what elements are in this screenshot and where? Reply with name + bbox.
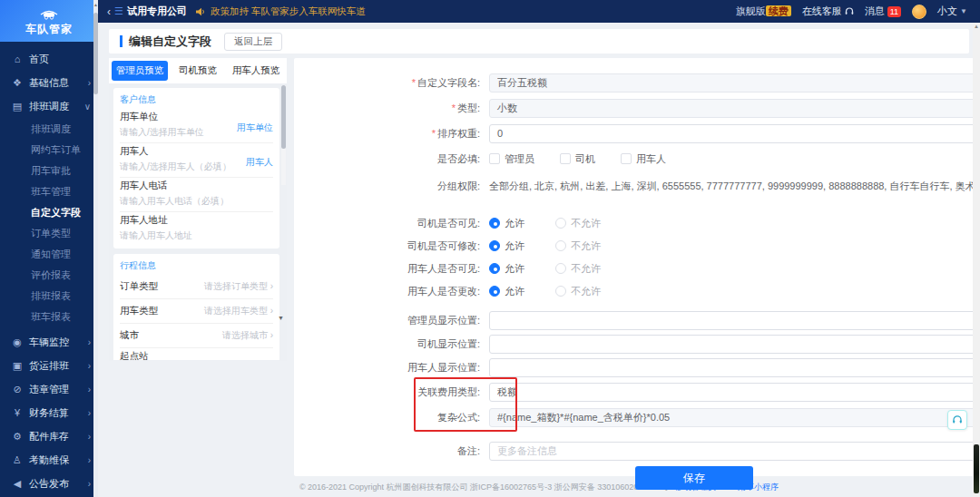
messages[interactable]: 消息 11 xyxy=(865,5,901,18)
preview-field-phone[interactable]: 用车人电话 请输入用车人电话（必填） xyxy=(120,178,273,212)
sidebar-item-notifications[interactable]: 通知管理 xyxy=(0,244,98,265)
sidebar-item-shuttle-report[interactable]: 班车报表 xyxy=(0,307,98,327)
sort-weight-input[interactable] xyxy=(489,124,980,143)
sidebar-item-attendance[interactable]: ♙ 考勤维保 › xyxy=(0,448,98,472)
tab-driver-preview[interactable]: 司机预览 xyxy=(170,61,226,81)
sidebar-item-finance[interactable]: ¥ 财务结算 › xyxy=(0,401,98,424)
page-title: 编辑自定义字段 xyxy=(129,34,211,50)
radio-selected-icon xyxy=(489,263,500,274)
company-name[interactable]: 试用专用公司 xyxy=(127,5,187,18)
dispatch-icon: ▤ xyxy=(11,101,24,112)
tab-passenger-preview[interactable]: 用车人预览 xyxy=(228,61,284,81)
radio-deny[interactable]: 不允许 xyxy=(555,239,601,253)
dispatch-submenu: 排班调度 网约车订单 用车审批 班车管理 自定义字段 订单类型 通知管理 评价报… xyxy=(0,118,98,330)
is-required-label: 是否必填: xyxy=(294,152,489,166)
sidebar-item-parts[interactable]: ⚙ 配件库存 › xyxy=(0,424,98,448)
preview-row-car-type[interactable]: 用车类型 请选择用车类型 › xyxy=(120,299,273,324)
radio-allow[interactable]: 允许 xyxy=(489,217,524,230)
remark-input[interactable] xyxy=(489,442,980,461)
sidebar-item-dispatch[interactable]: ▤ 排班调度 ∨ xyxy=(0,94,98,118)
field-name-input[interactable] xyxy=(489,73,980,93)
checkbox-passenger[interactable]: 用车人 xyxy=(621,152,666,166)
sidebar-item-shuttle-mgmt[interactable]: 班车管理 xyxy=(0,181,98,202)
preview-field-passenger[interactable]: 用车人 请输入/选择用车人（必填） 用车人 xyxy=(120,143,273,178)
sidebar-item-announcements[interactable]: ◀ 公告发布 › xyxy=(0,472,98,495)
topbar-right: 旗舰版续费 在线客服 消息 11 小文 ▼ xyxy=(736,5,967,19)
radio-allow[interactable]: 允许 xyxy=(489,262,524,276)
floating-support-button[interactable] xyxy=(947,410,967,430)
checkbox-driver[interactable]: 司机 xyxy=(560,152,595,166)
sidebar-item-order-types[interactable]: 订单类型 xyxy=(0,223,98,244)
radio-deny[interactable]: 不允许 xyxy=(555,285,601,298)
fee-type-label: 关联费用类型: xyxy=(294,385,489,399)
announcement-text[interactable]: 政策加持 车队管家步入车联网快车道 xyxy=(211,5,366,18)
sidebar-nav: ⌂ 首页 ❖ 基础信息 › ▤ 排班调度 ∨ 排班调度 网约车订单 用车审批 班… xyxy=(0,42,98,497)
formula-input[interactable] xyxy=(489,408,980,427)
chevron-right-icon: › xyxy=(88,455,91,465)
remark-label: 备注: xyxy=(294,444,489,458)
admin-position-label: 管理员显示位置: xyxy=(294,314,489,327)
passenger-link[interactable]: 用车人 xyxy=(246,156,273,169)
checkbox-admin[interactable]: 管理员 xyxy=(489,152,534,166)
radio-allow[interactable]: 允许 xyxy=(489,285,524,298)
window-scrollbar[interactable]: ▲ xyxy=(973,23,980,497)
preview-scroll-thumb[interactable] xyxy=(281,85,286,149)
preview-field-start-station[interactable]: 起点站 请输入/选择起点站（必填） 选择站点 xyxy=(120,348,273,360)
admin-position-select[interactable]: ▼ xyxy=(489,311,980,330)
preview-field-unit[interactable]: 用车单位 请输入/选择用车单位 用车单位 xyxy=(120,109,273,143)
parts-icon: ⚙ xyxy=(11,431,24,443)
user-avatar[interactable] xyxy=(912,5,926,19)
window-scroll-thumb[interactable] xyxy=(974,444,979,493)
chevron-right-icon: › xyxy=(88,361,91,371)
passenger-position-select[interactable]: ▼ xyxy=(489,358,980,377)
unit-link[interactable]: 用车单位 xyxy=(237,122,273,134)
section-title: 客户信息 xyxy=(120,93,273,106)
group-permission-value[interactable]: 全部分组, 北京, 杭州, 出差, 上海, 深圳, 6555555, 77777… xyxy=(489,180,980,193)
fee-type-input[interactable] xyxy=(489,383,980,402)
sidebar-item-rating-report[interactable]: 评价报表 xyxy=(0,265,98,286)
freight-icon: ▣ xyxy=(11,360,24,372)
renew-button[interactable]: 续费 xyxy=(766,5,791,16)
driver-position-select[interactable]: ▼ xyxy=(489,335,980,354)
back-chevron-icon[interactable]: ‹ xyxy=(107,5,111,18)
topbar: ‹ ☰ 试用专用公司 政策加持 车队管家步入车联网快车道 旗舰版续费 在线客服 … xyxy=(98,0,980,23)
radio-allow[interactable]: 允许 xyxy=(489,239,524,253)
app-window: 车队管家 ⌂ 首页 ❖ 基础信息 › ▤ 排班调度 ∨ 排班调度 网约车订单 用… xyxy=(0,0,980,497)
sidebar-item-schedule-report[interactable]: 排班报表 xyxy=(0,286,98,307)
radio-icon xyxy=(555,286,566,297)
preview-row-order-type[interactable]: 订单类型 请选择订单类型 › xyxy=(120,275,273,299)
preview-panel: 管理员预览 司机预览 用车人预览 客户信息 用车单位 请输入/选择用车单位 用车… xyxy=(109,58,287,361)
chevron-right-icon: › xyxy=(88,432,91,442)
preview-field-address[interactable]: 用车人地址 请输入用车人地址 xyxy=(120,212,273,246)
section-title: 行程信息 xyxy=(120,259,273,272)
sidebar-item-ride-orders[interactable]: 网约车订单 xyxy=(0,140,98,161)
sidebar-item-schedule[interactable]: 排班调度 xyxy=(0,119,98,140)
violation-icon: ⊘ xyxy=(11,384,24,395)
chevron-down-icon: ▼ xyxy=(960,7,967,15)
preview-scrollbar[interactable] xyxy=(281,85,286,185)
driver-visible-label: 司机是否可见: xyxy=(294,217,489,230)
back-to-parent-button[interactable]: 返回上层 xyxy=(224,33,282,51)
org-menu-icon[interactable]: ☰ xyxy=(114,5,123,17)
announcement-icon: ◀ xyxy=(11,478,24,490)
sidebar-item-freight[interactable]: ▣ 货运排班 › xyxy=(0,354,98,377)
user-menu[interactable]: 小文 ▼ xyxy=(937,5,967,18)
sidebar-item-violations[interactable]: ⊘ 违章管理 › xyxy=(0,377,98,401)
version-label: 旗舰版 xyxy=(736,5,766,16)
sidebar-item-home[interactable]: ⌂ 首页 xyxy=(0,47,98,71)
radio-selected-icon xyxy=(489,286,500,297)
sidebar-item-car-approval[interactable]: 用车审批 xyxy=(0,161,98,181)
sidebar-item-custom-fields[interactable]: 自定义字段 xyxy=(0,202,98,223)
sidebar-item-base-info[interactable]: ❖ 基础信息 › xyxy=(0,71,98,94)
preview-row-city[interactable]: 城市 请选择城市 › xyxy=(120,324,273,348)
scroll-down-icon[interactable]: ▼ xyxy=(278,315,284,321)
app-logo[interactable]: 车队管家 xyxy=(0,0,98,42)
radio-deny[interactable]: 不允许 xyxy=(555,217,601,230)
save-button[interactable]: 保存 xyxy=(635,466,753,490)
chevron-right-icon: › xyxy=(88,408,91,418)
radio-deny[interactable]: 不允许 xyxy=(555,262,601,276)
tab-admin-preview[interactable]: 管理员预览 xyxy=(112,61,168,81)
online-support[interactable]: 在线客服 xyxy=(802,5,854,18)
sidebar-item-vehicle-monitor[interactable]: ◉ 车辆监控 › xyxy=(0,330,98,354)
type-select[interactable]: 小数 ▼ xyxy=(489,99,980,118)
